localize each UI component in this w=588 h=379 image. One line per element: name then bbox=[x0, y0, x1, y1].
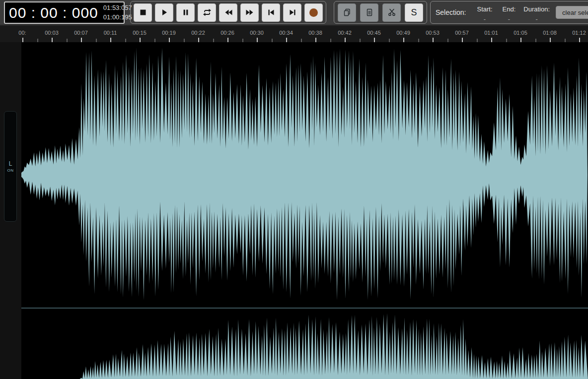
selection-end-value: - bbox=[508, 15, 510, 23]
ruler-time-label: 00:49 bbox=[396, 30, 410, 36]
copy-button[interactable] bbox=[338, 3, 356, 22]
skip-to-start-button[interactable] bbox=[262, 3, 280, 22]
ruler-major-tick bbox=[374, 38, 375, 42]
ruler-major-tick bbox=[550, 38, 551, 42]
waveform-channel-left-canvas[interactable] bbox=[21, 42, 588, 308]
selection-panel: Selection: Start: - End: - Duration: - c… bbox=[430, 1, 588, 24]
ruler-major-tick bbox=[52, 38, 53, 42]
copy-icon bbox=[343, 8, 352, 17]
ruler-minor-tick bbox=[389, 39, 390, 42]
ruler-time-label: 00:45 bbox=[367, 30, 381, 36]
selection-duration: Duration: - bbox=[523, 2, 550, 23]
ruler-major-tick bbox=[462, 38, 463, 42]
loop-button[interactable] bbox=[198, 3, 216, 22]
ruler-major-tick bbox=[227, 38, 228, 42]
edit-controls: S bbox=[334, 1, 427, 24]
skip-to-end-button[interactable] bbox=[283, 3, 301, 22]
ruler-time-label: 00: bbox=[18, 30, 26, 36]
transport-controls bbox=[130, 1, 326, 24]
channel-state-badge: ON bbox=[7, 168, 14, 173]
timeline-ruler[interactable]: 00:00:0300:0700:1100:1500:1900:2200:2600… bbox=[0, 26, 588, 42]
ruler-time-label: 00:42 bbox=[338, 30, 352, 36]
select-tool-button[interactable]: S bbox=[405, 3, 423, 22]
play-button[interactable] bbox=[155, 3, 173, 22]
ruler-time-label: 00:11 bbox=[104, 30, 117, 36]
ruler-major-tick bbox=[579, 38, 580, 42]
pause-button[interactable] bbox=[176, 3, 195, 22]
record-button[interactable] bbox=[304, 3, 323, 22]
loop-icon bbox=[203, 8, 212, 17]
ruler-time-label: 00:26 bbox=[220, 30, 234, 36]
waveform-channel-right-canvas[interactable] bbox=[21, 309, 588, 379]
selection-end: End: - bbox=[503, 2, 516, 23]
ruler-minor-tick bbox=[330, 39, 331, 42]
ruler-minor-tick bbox=[447, 39, 448, 42]
selection-end-label: End: bbox=[503, 5, 516, 13]
ruler-time-label: 00:15 bbox=[133, 30, 147, 36]
ruler-minor-tick bbox=[154, 39, 155, 42]
skip-to-start-icon bbox=[267, 8, 275, 16]
paste-icon bbox=[365, 8, 374, 17]
ruler-major-tick bbox=[491, 38, 492, 42]
ruler-major-tick bbox=[257, 38, 258, 42]
cut-button[interactable] bbox=[382, 3, 401, 22]
pause-icon bbox=[182, 8, 190, 16]
ruler-time-label: 00:19 bbox=[162, 30, 176, 36]
ruler-minor-tick bbox=[360, 39, 361, 42]
time-sub-display: 01:53:057 01:00:195 bbox=[103, 3, 132, 22]
selection-start: Start: - bbox=[477, 2, 492, 23]
time-display: 00 : 00 : 000 01:53:057 01:00:195 bbox=[4, 1, 125, 24]
ruler-major-tick bbox=[315, 38, 316, 42]
ruler-major-tick bbox=[345, 38, 346, 42]
ruler-major-tick bbox=[286, 38, 287, 42]
ruler-time-label: 00:30 bbox=[250, 30, 264, 36]
ruler-major-tick bbox=[110, 38, 111, 42]
ruler-minor-tick bbox=[565, 39, 566, 42]
ruler-major-tick bbox=[433, 38, 434, 42]
selection-label: Selection: bbox=[436, 8, 466, 16]
ruler-major-tick bbox=[22, 38, 23, 42]
paste-button[interactable] bbox=[360, 3, 378, 22]
rewind-button[interactable] bbox=[219, 3, 237, 22]
track-gutter: L ON bbox=[0, 42, 21, 379]
ruler-minor-tick bbox=[477, 39, 478, 42]
total-duration: 01:53:057 bbox=[103, 3, 132, 13]
ruler-major-tick bbox=[169, 38, 170, 42]
ruler-minor-tick bbox=[272, 39, 273, 42]
stop-button[interactable] bbox=[134, 3, 152, 22]
clear-selection-button[interactable]: clear selection bbox=[556, 6, 588, 19]
ruler-minor-tick bbox=[418, 39, 419, 42]
ruler-time-label: 00:03 bbox=[45, 30, 59, 36]
ruler-minor-tick bbox=[184, 39, 185, 42]
audio-editor-window: 00 : 00 : 000 01:53:057 01:00:195 bbox=[0, 0, 588, 379]
ruler-minor-tick bbox=[535, 39, 536, 42]
selection-duration-value: - bbox=[536, 15, 538, 23]
ruler-time-label: 00:53 bbox=[426, 30, 440, 36]
selection-start-value: - bbox=[484, 15, 486, 23]
ruler-major-tick bbox=[198, 38, 199, 42]
ruler-minor-tick bbox=[37, 39, 38, 42]
current-time: 00 : 00 : 000 bbox=[9, 4, 98, 21]
waveform-area bbox=[21, 42, 588, 379]
play-icon bbox=[160, 8, 168, 16]
channel-strip-left[interactable]: L ON bbox=[4, 111, 17, 222]
ruler-minor-tick bbox=[213, 39, 214, 42]
skip-to-end-icon bbox=[289, 8, 296, 16]
ruler-minor-tick bbox=[96, 39, 97, 42]
ruler-time-label: 00:34 bbox=[279, 30, 293, 36]
ruler-time-label: 01:08 bbox=[543, 30, 557, 36]
ruler-major-tick bbox=[140, 38, 141, 42]
ruler-major-tick bbox=[81, 38, 82, 42]
ruler-minor-tick bbox=[67, 39, 68, 42]
ruler-time-label: 00:38 bbox=[308, 30, 322, 36]
ruler-minor-tick bbox=[506, 39, 507, 42]
ruler-minor-tick bbox=[125, 39, 126, 42]
select-tool-label: S bbox=[411, 7, 417, 18]
ruler-major-tick bbox=[520, 38, 521, 42]
scissors-icon bbox=[387, 8, 396, 17]
fast-forward-button[interactable] bbox=[240, 3, 259, 22]
toolbar: 00 : 00 : 000 01:53:057 01:00:195 bbox=[0, 0, 588, 26]
ruler-time-label: 00:22 bbox=[191, 30, 205, 36]
ruler-time-label: 01:05 bbox=[514, 30, 527, 36]
ruler-major-tick bbox=[403, 38, 404, 42]
